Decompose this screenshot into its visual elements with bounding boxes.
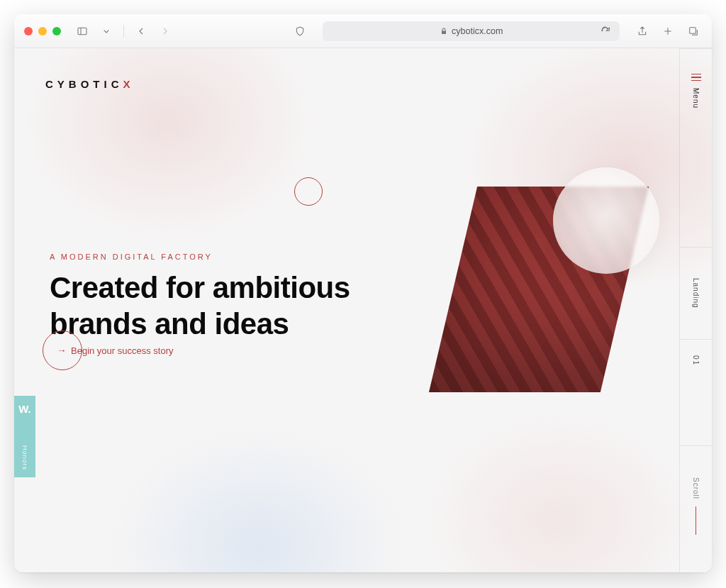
- reload-button[interactable]: [597, 21, 614, 41]
- brand-logo[interactable]: CYBOTICX: [45, 78, 135, 90]
- window-minimize-button[interactable]: [38, 27, 47, 35]
- decorative-circle-small: [294, 177, 323, 206]
- cta-label: Begin your success story: [71, 345, 174, 356]
- tab-overview-button[interactable]: [685, 21, 702, 41]
- window-controls: [24, 27, 61, 35]
- browser-window: cyboticx.com CYBOTICX A MODERN DIGITAL F…: [14, 14, 712, 572]
- page-viewport: CYBOTICX A MODERN DIGITAL FACTORY Create…: [14, 48, 712, 572]
- section-indicator: Landing: [680, 247, 712, 339]
- privacy-report-button[interactable]: [291, 21, 308, 41]
- cta-link[interactable]: → Begin your success story: [57, 345, 174, 356]
- scroll-line-icon: [696, 506, 696, 535]
- browser-toolbar: cyboticx.com: [14, 14, 712, 48]
- sidebar-toggle-button[interactable]: [74, 21, 91, 41]
- brand-logo-text: CYBOTIC: [45, 78, 123, 90]
- window-zoom-button[interactable]: [52, 27, 61, 35]
- sidebar-chevron-icon[interactable]: [98, 21, 115, 41]
- share-button[interactable]: [634, 21, 651, 41]
- side-rail: Menu Landing 01 Scroll: [679, 48, 712, 572]
- scroll-label: Scroll: [692, 477, 700, 499]
- section-label: Landing: [692, 278, 700, 309]
- address-bar-text: cyboticx.com: [452, 26, 503, 36]
- new-tab-button[interactable]: [659, 21, 676, 41]
- section-index: 01: [692, 355, 700, 366]
- menu-label: Menu: [692, 88, 700, 109]
- nav-forward-button[interactable]: [157, 21, 174, 41]
- menu-button[interactable]: Menu: [680, 48, 712, 133]
- brand-logo-x: X: [123, 78, 135, 90]
- scroll-hint[interactable]: Scroll: [680, 445, 712, 566]
- nav-back-button[interactable]: [133, 21, 150, 41]
- honors-label: Honors: [21, 445, 28, 470]
- hero-headline: Created for ambitious brands and ideas: [50, 270, 350, 342]
- svg-rect-4: [690, 27, 696, 33]
- hamburger-icon: [691, 74, 701, 81]
- address-bar[interactable]: cyboticx.com: [323, 21, 620, 41]
- lock-icon: [440, 27, 448, 35]
- awwwards-logo: W.: [18, 403, 31, 415]
- arrow-right-icon: →: [57, 345, 67, 356]
- svg-rect-0: [78, 28, 86, 34]
- hero-headline-line1: Created for ambitious: [50, 271, 350, 304]
- toolbar-separator: [123, 25, 124, 38]
- window-close-button[interactable]: [24, 27, 33, 35]
- hero-headline-line2: brands and ideas: [50, 307, 289, 340]
- awwwards-honors-badge[interactable]: W. Honors: [14, 396, 35, 477]
- hero-eyebrow: A MODERN DIGITAL FACTORY: [50, 253, 213, 261]
- section-index-indicator: 01: [680, 339, 712, 382]
- frosted-circle: [553, 167, 659, 274]
